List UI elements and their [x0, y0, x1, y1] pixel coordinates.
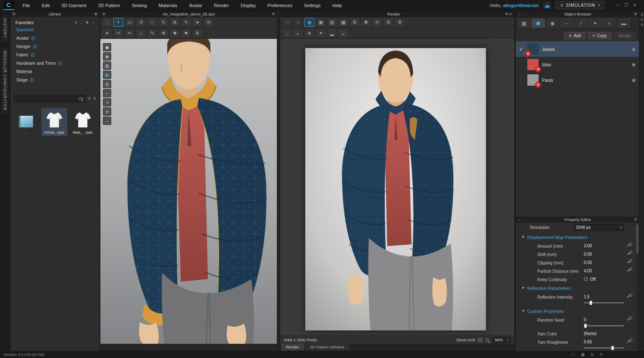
- render-preview-icon[interactable]: ▩: [338, 18, 348, 27]
- file-female-zpac[interactable]: Femal...zpac: [41, 108, 67, 136]
- tab-avatar-icon[interactable]: ◗: [603, 18, 616, 28]
- search-icon[interactable]: [79, 97, 82, 100]
- avatar-display-icon[interactable]: ◈: [103, 52, 111, 61]
- save-settings-icon[interactable]: ⚙: [395, 18, 405, 27]
- link-slot-icon[interactable]: ▣: [632, 78, 636, 82]
- menu-render[interactable]: Render: [208, 3, 235, 8]
- menu-materials[interactable]: Materials: [153, 3, 183, 8]
- rotate-tool-icon[interactable]: ↻: [158, 18, 169, 27]
- library-item-garment[interactable]: Garment: [15, 25, 95, 34]
- pose-dots-icon[interactable]: ∷: [147, 18, 157, 27]
- favorite-badge-icon[interactable]: [31, 53, 35, 57]
- amount-value[interactable]: 3.00: [584, 244, 624, 248]
- download-icon[interactable]: ↓: [81, 20, 83, 25]
- orbit-tool-icon[interactable]: ⟳: [204, 18, 214, 27]
- status-reset-icon[interactable]: ↻: [600, 352, 603, 357]
- library-item-avatar[interactable]: Avatar: [15, 34, 95, 42]
- menu-edit[interactable]: Edit: [36, 3, 56, 8]
- pin-tool-icon[interactable]: ✂: [113, 29, 123, 38]
- fold-tool-icon[interactable]: ❖: [158, 29, 169, 38]
- popout-icon[interactable]: ⧉: [505, 12, 508, 16]
- edit-icon[interactable]: [627, 317, 631, 320]
- edit-icon[interactable]: [627, 243, 631, 246]
- menu-avatar[interactable]: Avatar: [183, 3, 208, 8]
- search-input[interactable]: [16, 96, 79, 101]
- pick-tool-icon[interactable]: ➤: [192, 18, 202, 27]
- render-video-icon[interactable]: ▣: [316, 18, 326, 27]
- menu-settings[interactable]: Settings: [298, 3, 327, 8]
- sync-icon[interactable]: ↻: [74, 20, 78, 25]
- object-row-pants[interactable]: S Pants ▣: [516, 72, 639, 88]
- add-favorite-icon[interactable]: ✚: [85, 20, 89, 25]
- save-render-icon[interactable]: ↓: [282, 29, 292, 38]
- collapse-icon[interactable]: ▼: [521, 286, 525, 290]
- tab-garment-icon[interactable]: ⬟: [532, 18, 545, 28]
- favorite-badge-icon[interactable]: [30, 78, 34, 82]
- property-scrollbar[interactable]: [636, 223, 639, 350]
- popout-icon[interactable]: ⧉: [272, 12, 275, 16]
- library-item-material[interactable]: Material: [15, 67, 95, 76]
- add-button[interactable]: ✚Add: [564, 32, 585, 39]
- reflection-intensity-value[interactable]: 1.5: [584, 295, 624, 299]
- collapse-icon[interactable]: ▼: [521, 235, 525, 239]
- render-image-icon[interactable]: ▦: [304, 18, 314, 27]
- quality-settings-icon[interactable]: ⚙: [383, 18, 394, 27]
- tab-render[interactable]: Render: [281, 344, 304, 350]
- link-slot-icon[interactable]: ▣: [632, 47, 636, 51]
- history-tab[interactable]: HISTORY: [2, 15, 8, 42]
- yarn-color-value[interactable]: (None): [584, 331, 624, 336]
- restore-button[interactable]: ❐: [624, 3, 628, 8]
- shift-value[interactable]: 0.00: [584, 252, 624, 256]
- sewing-tool-icon[interactable]: ✄: [125, 29, 135, 38]
- section-reflection[interactable]: ▼ Reflection Parameters: [516, 283, 636, 292]
- tab-topstitch-icon[interactable]: ─: [560, 18, 573, 28]
- reset-pose-icon[interactable]: ↺: [136, 18, 146, 27]
- yarn-roughness-slider[interactable]: [584, 346, 624, 350]
- random-seed-slider[interactable]: [584, 324, 624, 328]
- library-item-hanger[interactable]: Hanger: [15, 42, 95, 51]
- collapse-icon[interactable]: ▼: [521, 309, 525, 313]
- show-grid-checkbox[interactable]: [478, 338, 482, 342]
- back-icon[interactable]: ←: [92, 20, 95, 25]
- object-row-shirt[interactable]: S Shirt ▣: [516, 57, 639, 72]
- simulation-dropdown-icon[interactable]: ▾: [598, 3, 601, 7]
- status-layout-icon[interactable]: ▣: [581, 352, 585, 357]
- menu-help[interactable]: Help: [327, 3, 348, 8]
- menu-3d-garment[interactable]: 3D Garment: [56, 3, 92, 8]
- dock-icon[interactable]: ←: [518, 217, 521, 221]
- pen-tool-icon[interactable]: ✎: [181, 18, 191, 27]
- minimize-button[interactable]: ─: [616, 3, 619, 8]
- status-panels-icon[interactable]: ⧉: [590, 352, 593, 357]
- tab-pins-icon[interactable]: ✦: [588, 18, 602, 28]
- keep-continuity-checkbox[interactable]: [584, 277, 588, 281]
- dock-icon[interactable]: ←: [518, 12, 521, 16]
- clipping-value[interactable]: 0.00: [584, 260, 624, 265]
- light-ray-icon[interactable]: ✦: [316, 29, 326, 38]
- move-tool-icon[interactable]: ✛: [113, 18, 123, 27]
- plane-icon[interactable]: ▂: [327, 29, 337, 38]
- section-displacement[interactable]: ▼ Displacement Map Parameters: [516, 232, 636, 241]
- thick-view-icon[interactable]: ◐: [103, 89, 111, 97]
- globe-view-icon[interactable]: ◒: [103, 117, 111, 125]
- avatar-tool-icon[interactable]: ✦: [102, 29, 112, 38]
- file-parent-folder[interactable]: ..: [13, 114, 39, 136]
- viewport-3d-scene[interactable]: ◆◈◍◉◎◐◑●◒: [100, 39, 277, 344]
- view-mode-icon[interactable]: ◆: [103, 43, 111, 51]
- edit-icon[interactable]: [627, 294, 631, 297]
- image-settings-icon[interactable]: ⚙: [350, 18, 360, 27]
- modular-configurator-tab[interactable]: MODULAR CONFIGURATOR: [2, 48, 8, 114]
- gear-tool-icon[interactable]: ⚙: [192, 29, 202, 38]
- particle-distance-value[interactable]: 4.00: [584, 269, 624, 273]
- status-window-icon[interactable]: ▢: [571, 352, 575, 357]
- texture-view-icon[interactable]: ◉: [103, 71, 111, 79]
- light-settings-icon[interactable]: ✺: [361, 18, 371, 27]
- env-sphere-icon[interactable]: ◐: [293, 29, 303, 38]
- menu-sewing[interactable]: Sewing: [126, 3, 153, 8]
- render-canvas[interactable]: [280, 39, 514, 335]
- menu-file[interactable]: File: [17, 3, 36, 8]
- close-icon[interactable]: ✕: [509, 12, 512, 16]
- gizmo-dropdown-icon[interactable]: ↓: [102, 18, 112, 27]
- dark-view-icon[interactable]: ◑: [103, 98, 111, 107]
- menu-2d-pattern[interactable]: 2D Pattern: [92, 3, 126, 8]
- file-male-zpac[interactable]: Male_...zpac: [70, 108, 96, 136]
